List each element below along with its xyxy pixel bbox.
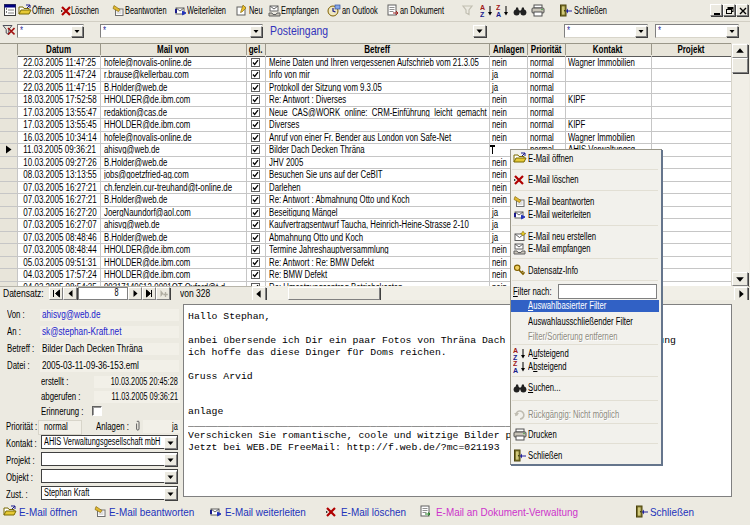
svg-text:A: A	[496, 11, 501, 18]
svg-text:A: A	[513, 367, 518, 374]
svg-text:Z: Z	[480, 11, 485, 18]
